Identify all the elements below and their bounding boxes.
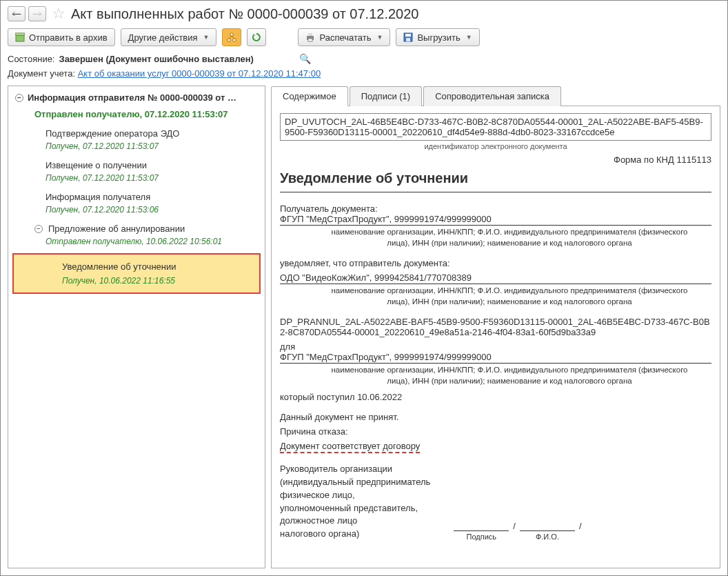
archive-button[interactable]: Отправить в архив bbox=[8, 28, 115, 46]
prannul-id: DP_PRANNUL_2AL-A5022ABE-BAF5-45B9-9500-F… bbox=[280, 317, 711, 337]
signature-line bbox=[454, 522, 509, 531]
print-button[interactable]: Распечатать ▼ bbox=[298, 28, 390, 46]
svg-rect-10 bbox=[406, 38, 410, 41]
svg-rect-7 bbox=[308, 39, 312, 41]
reason-label: Причина отказа: bbox=[280, 426, 711, 437]
for-value: ФГУП "МедСтрахПродукт", 9999991974/99999… bbox=[280, 352, 711, 364]
recipient-label: Получатель документа: bbox=[280, 203, 711, 214]
refresh-icon bbox=[252, 32, 261, 42]
svg-rect-6 bbox=[308, 33, 312, 36]
org-caption: наименование организации, ИНН/КПП; Ф.И.О… bbox=[280, 226, 711, 254]
other-actions-button[interactable]: Другие действия ▼ bbox=[121, 28, 217, 46]
print-icon bbox=[305, 32, 315, 42]
tree-item[interactable]: Информация получателя bbox=[8, 188, 265, 203]
svg-point-2 bbox=[230, 33, 233, 36]
reason-value: Документ соответствует договору bbox=[280, 441, 420, 453]
svg-rect-1 bbox=[15, 33, 25, 35]
other-actions-label: Другие действия bbox=[128, 32, 198, 43]
save-icon bbox=[403, 32, 413, 42]
tab-note[interactable]: Сопроводительная записка bbox=[423, 86, 561, 106]
fio-caption: Ф.И.О. bbox=[536, 533, 559, 541]
tree-root-title: Информация отправителя № 0000-000039 от … bbox=[28, 92, 236, 103]
refresh-button[interactable] bbox=[247, 28, 266, 46]
org-caption: наименование организации, ИНН/КПП; Ф.И.О… bbox=[280, 364, 711, 392]
form-code: Форма по КНД 1115113 bbox=[280, 155, 711, 165]
back-button[interactable]: 🡐 bbox=[8, 6, 26, 21]
tree-highlight[interactable]: Уведомление об уточнении Получен, 10.06.… bbox=[12, 253, 261, 294]
tree-item[interactable]: Подтверждение оператора ЭДО bbox=[8, 125, 265, 140]
svg-rect-0 bbox=[16, 35, 24, 41]
received-on: который поступил 10.06.2022 bbox=[280, 392, 711, 402]
svg-point-3 bbox=[228, 39, 230, 41]
hierarchy-button[interactable] bbox=[222, 28, 241, 46]
signer-role: Руководитель организации(индивидуальный … bbox=[280, 463, 430, 541]
file-id: DP_UVUTOCH_2AL-46B5E4BC-D733-467C-B0B2-8… bbox=[280, 113, 711, 141]
favorite-icon[interactable]: ☆ bbox=[52, 5, 65, 23]
org-caption: наименование организации, ИНН/КПП; Ф.И.О… bbox=[280, 284, 711, 312]
export-label: Выгрузить bbox=[417, 32, 460, 43]
print-label: Распечатать bbox=[319, 32, 371, 43]
recipient-value: ФГУП "МедСтрахПродукт", 9999991974/99999… bbox=[280, 214, 711, 226]
tree-item-status: Получен, 07.12.2020 11:53:07 bbox=[8, 172, 265, 188]
sig-caption: Подпись bbox=[467, 533, 497, 541]
tree-annul-status: Отправлен получателю, 10.06.2022 10:56:0… bbox=[8, 235, 265, 252]
tree-highlight-status: Получен, 10.06.2022 11:16:55 bbox=[62, 276, 255, 286]
archive-label: Отправить в архив bbox=[29, 32, 108, 43]
tree-panel: − Информация отправителя № 0000-000039 о… bbox=[8, 86, 265, 568]
tree-highlight-title: Уведомление об уточнении bbox=[62, 261, 255, 272]
doc-ref-label: Документ учета: bbox=[8, 68, 75, 79]
tree-annul-title: Предложение об аннулировании bbox=[48, 224, 185, 234]
status-label: Состояние: bbox=[8, 54, 54, 64]
doc-heading: Уведомление об уточнении bbox=[280, 170, 711, 192]
export-button[interactable]: Выгрузить ▼ bbox=[396, 28, 479, 46]
sender-intro: уведомляет, что отправитель документа: bbox=[280, 258, 711, 268]
tabs: Содержимое Подписи (1) Сопроводительная … bbox=[271, 86, 720, 106]
svg-rect-9 bbox=[405, 34, 411, 37]
sender-value: ОДО "ВидеоКожЖил", 9999425841/770708389 bbox=[280, 272, 711, 284]
tree-annul[interactable]: − Предложение об аннулировании bbox=[8, 220, 265, 235]
page-title: Акт выполненных работ № 0000-000039 от 0… bbox=[71, 6, 418, 22]
collapse-icon[interactable]: − bbox=[34, 225, 43, 233]
collapse-icon[interactable]: − bbox=[15, 94, 23, 102]
fio-line bbox=[520, 522, 575, 531]
tree-item-status: Получен, 07.12.2020 11:53:07 bbox=[8, 140, 265, 157]
caret-icon: ▼ bbox=[466, 34, 472, 41]
svg-point-4 bbox=[233, 39, 236, 41]
forward-button[interactable]: 🡒 bbox=[28, 6, 46, 21]
not-accepted: Данный документ не принят. bbox=[280, 412, 711, 422]
caret-icon: ▼ bbox=[203, 34, 210, 41]
document-content: DP_UVUTOCH_2AL-46B5E4BC-D733-467C-B0B2-8… bbox=[271, 106, 720, 568]
tree-item-status: Получен, 07.12.2020 11:53:06 bbox=[8, 203, 265, 220]
for-label: для bbox=[280, 341, 711, 352]
archive-icon bbox=[15, 32, 25, 42]
tab-signatures[interactable]: Подписи (1) bbox=[350, 86, 422, 106]
caret-icon: ▼ bbox=[377, 34, 383, 41]
magnifier-icon[interactable]: 🔍 bbox=[299, 53, 311, 64]
tree-root-status: Отправлен получателю, 07.12.2020 11:53:0… bbox=[8, 106, 265, 125]
tree-item[interactable]: Извещение о получении bbox=[8, 157, 265, 172]
file-id-caption: идентификатор электронного документа bbox=[280, 142, 711, 150]
status-value: Завершен (Документ ошибочно выставлен) bbox=[59, 54, 253, 64]
hierarchy-icon bbox=[227, 32, 236, 42]
tab-content[interactable]: Содержимое bbox=[271, 86, 348, 106]
doc-ref-link[interactable]: Акт об оказании услуг 0000-000039 от 07.… bbox=[78, 68, 321, 79]
tree-root[interactable]: − Информация отправителя № 0000-000039 о… bbox=[8, 89, 265, 106]
